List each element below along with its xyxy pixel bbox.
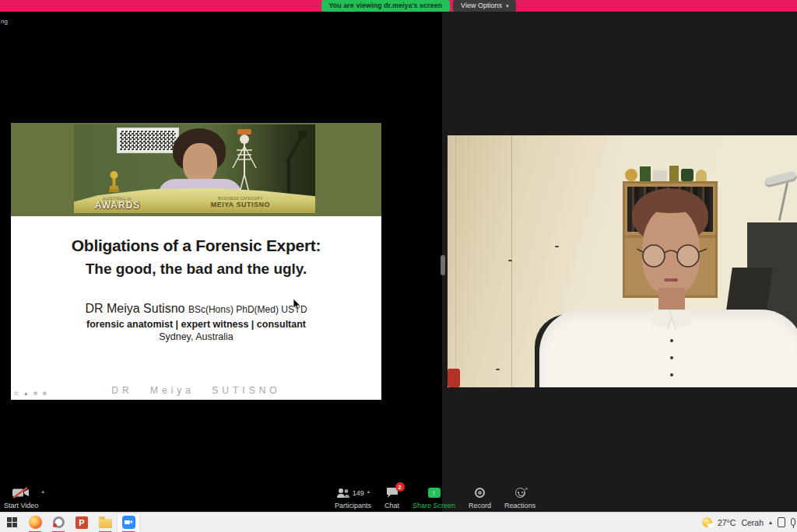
weather-description[interactable]: Cerah — [741, 518, 764, 527]
presenter-name: DR Meiya Sutisno — [85, 302, 184, 315]
reactions-smiley-icon: + — [515, 488, 525, 498]
participants-chevron-icon[interactable]: ▴ — [367, 488, 370, 495]
record-button[interactable]: Record — [469, 486, 491, 509]
viewing-status-label: You are viewing dr.meiya's screen — [329, 2, 443, 9]
desk-lamp-icon — [764, 170, 797, 188]
microphone-stand-icon — [279, 131, 311, 201]
mouse-cursor — [293, 299, 302, 311]
cabinet-knob — [555, 246, 559, 247]
speaker-fringe — [639, 193, 703, 213]
shirt-button — [670, 339, 673, 342]
cabinet-knob — [508, 260, 512, 261]
microphone-tray-icon[interactable] — [791, 518, 795, 526]
award-presenter-face — [183, 143, 217, 184]
chevron-down-icon: ▾ — [506, 3, 509, 9]
slide-title-line2: The good, the bad and the ugly. — [11, 261, 381, 278]
panel-resize-handle[interactable] — [441, 255, 445, 275]
speaker-collar — [651, 310, 692, 330]
trophy-icon — [108, 171, 120, 193]
reactions-label: Reactions — [504, 502, 535, 509]
start-video-button[interactable]: Start Video — [4, 486, 38, 509]
taskbar-app-firefox[interactable] — [23, 513, 47, 532]
qr-code-picture — [117, 128, 179, 153]
presenter-location: Sydney, Australia — [11, 331, 381, 342]
chat-label: Chat — [384, 502, 399, 509]
reactions-button[interactable]: + Reactions — [504, 486, 535, 509]
windows-logo-icon — [7, 517, 17, 527]
view-options-label: View Options — [461, 2, 502, 9]
shirt-button — [670, 373, 673, 376]
slide-nav-icon-4[interactable]: ⊕ — [43, 390, 49, 396]
meeting-stage: ng — [0, 12, 797, 512]
award-banner-right: BUSINESS CATEGORY MEIYA SUTISNO — [211, 197, 270, 208]
start-video-label: Start Video — [4, 502, 38, 509]
glasses-icon — [637, 241, 707, 269]
record-label: Record — [469, 502, 491, 509]
zoom-app-icon — [122, 516, 135, 529]
slide-presenter-line: DR Meiya Sutisno BSc(Hons) PhD(Med) USYD — [11, 302, 381, 316]
slide-title-line1: Obligations of a Forensic Expert: — [11, 236, 381, 255]
slide-footer-watermark: DR Meiya SUTISNO — [11, 385, 381, 396]
participants-icon — [336, 488, 350, 499]
desk-lamp-arm — [778, 182, 788, 221]
taskbar-tray: 27°C Cerah ▴ — [702, 517, 797, 527]
participants-button[interactable]: 149 ▴ Participants — [335, 486, 371, 509]
award-winner-label: MEIYA SUTISNO — [211, 201, 270, 208]
video-options-chevron-icon[interactable]: ▴ — [41, 488, 44, 495]
share-screen-button[interactable]: ↑ Share Screen — [413, 486, 455, 509]
shirt-button — [670, 356, 673, 359]
share-screen-label: Share Screen — [413, 502, 455, 509]
slide-video-band: AUSTRALIA AWARDS BUSINESS CATEGORY MEIYA… — [11, 123, 381, 216]
view-options-button[interactable]: View Options ▾ — [453, 0, 516, 12]
speaker-mouth — [664, 278, 678, 282]
tray-chevron-icon[interactable]: ▴ — [769, 519, 772, 526]
award-banner-left: AUSTRALIA AWARDS — [79, 195, 156, 211]
slide-nav-controls[interactable]: ⊙ ▲ ⊕ ⊕ — [14, 390, 48, 397]
participants-label: Participants — [335, 502, 371, 509]
slide-nav-icon-1[interactable]: ⊙ — [14, 390, 20, 396]
folder-icon — [99, 519, 112, 528]
presenter-credentials: BSc(Hons) PhD(Med) USYD — [188, 304, 307, 315]
chat-unread-badge: 2 — [395, 482, 405, 492]
record-icon — [475, 488, 485, 498]
weather-temperature[interactable]: 27°C — [718, 518, 736, 527]
powerpoint-icon: P — [75, 516, 88, 529]
slide-nav-icon-2[interactable]: ▲ — [23, 390, 30, 396]
cabinet-seam — [455, 135, 456, 387]
viewing-status-pill: You are viewing dr.meiya's screen — [321, 0, 451, 12]
magnifier-app-icon — [53, 516, 65, 528]
presentation-slide: AUSTRALIA AWARDS BUSINESS CATEGORY MEIYA… — [11, 123, 381, 400]
start-button[interactable] — [0, 513, 23, 532]
zoom-meeting-window: You are viewing dr.meiya's screen View O… — [0, 0, 797, 532]
cabinet-knob — [496, 369, 500, 370]
taskbar-app-file-explorer[interactable] — [93, 513, 117, 532]
windows-taskbar: P 27°C Cerah ▴ — [0, 512, 797, 532]
video-camera-off-icon — [12, 487, 30, 499]
meeting-controls: Start Video ▴ 149 ▴ — [0, 481, 797, 509]
taskbar-app-magnifier[interactable] — [47, 513, 70, 532]
slide-nav-icon-3[interactable]: ⊕ — [33, 390, 40, 396]
chat-button[interactable]: 2 Chat — [384, 486, 399, 509]
tablet-tray-icon[interactable] — [778, 517, 785, 527]
taskbar-app-powerpoint[interactable]: P — [70, 513, 93, 532]
award-ceremony-video: AUSTRALIA AWARDS BUSINESS CATEGORY MEIYA… — [74, 124, 315, 213]
shelf-trophies — [625, 163, 717, 181]
speaker-video-tile — [448, 135, 797, 387]
presenter-roles: forensic anatomist | expert witness | co… — [11, 319, 381, 330]
taskbar-app-zoom[interactable] — [117, 513, 140, 532]
weather-sun-icon[interactable] — [702, 517, 712, 527]
reactions-plus-icon: + — [525, 485, 528, 492]
firefox-icon — [29, 516, 42, 529]
participants-count: 149 — [353, 489, 364, 497]
cabinet-seam — [511, 135, 512, 387]
window-title-fragment: ng — [1, 18, 8, 25]
red-object — [448, 369, 460, 387]
share-screen-icon: ↑ — [428, 488, 441, 498]
screen-share-banner: You are viewing dr.meiya's screen View O… — [0, 0, 797, 12]
award-title-label: AWARDS — [79, 200, 156, 211]
